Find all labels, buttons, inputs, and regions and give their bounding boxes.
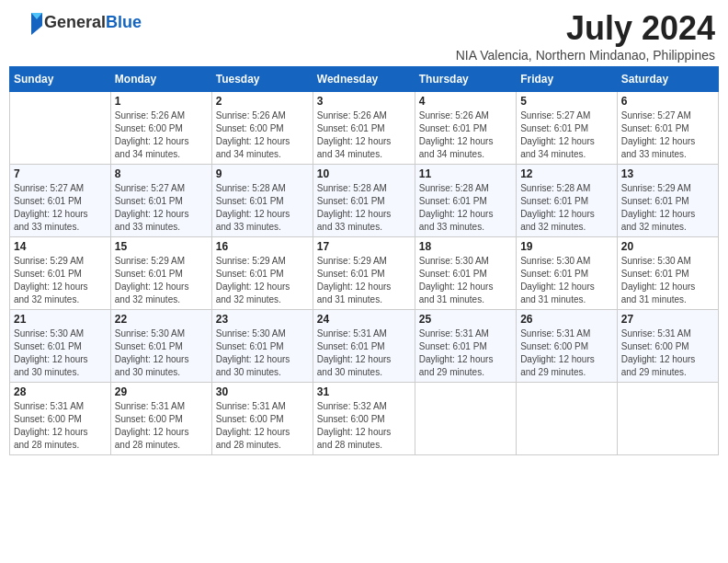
calendar-cell: 24Sunrise: 5:31 AM Sunset: 6:01 PM Dayli…	[313, 310, 415, 383]
day-info: Sunrise: 5:31 AM Sunset: 6:00 PM Dayligh…	[115, 400, 208, 452]
calendar-header-saturday: Saturday	[617, 67, 718, 92]
calendar-cell: 26Sunrise: 5:31 AM Sunset: 6:00 PM Dayli…	[517, 310, 618, 383]
logo-blue: Blue	[106, 13, 142, 32]
calendar-cell: 18Sunrise: 5:30 AM Sunset: 6:01 PM Dayli…	[415, 237, 516, 310]
day-info: Sunrise: 5:30 AM Sunset: 6:01 PM Dayligh…	[115, 327, 208, 379]
day-number: 23	[216, 313, 309, 326]
day-info: Sunrise: 5:31 AM Sunset: 6:00 PM Dayligh…	[216, 400, 309, 452]
day-info: Sunrise: 5:30 AM Sunset: 6:01 PM Dayligh…	[621, 255, 714, 306]
day-number: 21	[14, 313, 107, 326]
calendar-week-row: 21Sunrise: 5:30 AM Sunset: 6:01 PM Dayli…	[10, 310, 719, 383]
calendar-cell: 27Sunrise: 5:31 AM Sunset: 6:00 PM Dayli…	[617, 310, 718, 383]
calendar-header-sunday: Sunday	[10, 67, 111, 92]
calendar-cell: 21Sunrise: 5:30 AM Sunset: 6:01 PM Dayli…	[10, 310, 111, 383]
calendar-header-friday: Friday	[517, 67, 618, 92]
day-info: Sunrise: 5:29 AM Sunset: 6:01 PM Dayligh…	[14, 255, 107, 306]
day-number: 11	[419, 167, 512, 180]
day-number: 3	[317, 95, 411, 108]
day-info: Sunrise: 5:27 AM Sunset: 6:01 PM Dayligh…	[621, 109, 714, 161]
calendar-cell: 15Sunrise: 5:29 AM Sunset: 6:01 PM Dayli…	[110, 237, 211, 310]
day-number: 28	[14, 385, 107, 398]
calendar-week-row: 14Sunrise: 5:29 AM Sunset: 6:01 PM Dayli…	[10, 237, 719, 310]
day-number: 4	[419, 95, 512, 108]
day-info: Sunrise: 5:31 AM Sunset: 6:01 PM Dayligh…	[419, 327, 512, 379]
calendar-cell: 7Sunrise: 5:27 AM Sunset: 6:01 PM Daylig…	[10, 165, 111, 237]
day-number: 17	[317, 240, 411, 253]
day-number: 5	[520, 95, 613, 108]
calendar-cell: 13Sunrise: 5:29 AM Sunset: 6:01 PM Dayli…	[617, 165, 718, 237]
calendar-cell: 19Sunrise: 5:30 AM Sunset: 6:01 PM Dayli…	[517, 237, 618, 310]
calendar-cell: 14Sunrise: 5:29 AM Sunset: 6:01 PM Dayli…	[10, 237, 111, 310]
day-info: Sunrise: 5:26 AM Sunset: 6:01 PM Dayligh…	[317, 109, 411, 161]
calendar-cell: 16Sunrise: 5:29 AM Sunset: 6:01 PM Dayli…	[211, 237, 313, 310]
calendar-cell	[517, 383, 618, 455]
calendar-week-row: 1Sunrise: 5:26 AM Sunset: 6:00 PM Daylig…	[10, 92, 719, 165]
calendar-cell: 25Sunrise: 5:31 AM Sunset: 6:01 PM Dayli…	[415, 310, 516, 383]
calendar-header-thursday: Thursday	[415, 67, 516, 92]
calendar-cell: 11Sunrise: 5:28 AM Sunset: 6:01 PM Dayli…	[415, 165, 516, 237]
logo-general: General	[44, 13, 106, 32]
day-number: 8	[115, 167, 208, 180]
day-number: 6	[621, 95, 714, 108]
calendar-week-row: 7Sunrise: 5:27 AM Sunset: 6:01 PM Daylig…	[10, 165, 719, 237]
day-info: Sunrise: 5:28 AM Sunset: 6:01 PM Dayligh…	[216, 182, 309, 234]
day-number: 2	[216, 95, 309, 108]
day-info: Sunrise: 5:30 AM Sunset: 6:01 PM Dayligh…	[419, 255, 512, 306]
calendar-cell: 2Sunrise: 5:26 AM Sunset: 6:00 PM Daylig…	[211, 92, 313, 165]
calendar-header-row: SundayMondayTuesdayWednesdayThursdayFrid…	[10, 67, 719, 92]
day-info: Sunrise: 5:27 AM Sunset: 6:01 PM Dayligh…	[14, 182, 107, 234]
day-info: Sunrise: 5:30 AM Sunset: 6:01 PM Dayligh…	[14, 327, 107, 379]
day-info: Sunrise: 5:30 AM Sunset: 6:01 PM Dayligh…	[520, 255, 613, 306]
calendar-header-monday: Monday	[110, 67, 211, 92]
day-info: Sunrise: 5:27 AM Sunset: 6:01 PM Dayligh…	[115, 182, 208, 234]
day-number: 7	[14, 167, 107, 180]
calendar-cell: 5Sunrise: 5:27 AM Sunset: 6:01 PM Daylig…	[517, 92, 618, 165]
calendar-cell: 4Sunrise: 5:26 AM Sunset: 6:01 PM Daylig…	[415, 92, 516, 165]
calendar-cell: 17Sunrise: 5:29 AM Sunset: 6:01 PM Dayli…	[313, 237, 415, 310]
calendar-cell: 20Sunrise: 5:30 AM Sunset: 6:01 PM Dayli…	[617, 237, 718, 310]
day-number: 29	[115, 385, 208, 398]
day-number: 14	[14, 240, 107, 253]
day-number: 12	[520, 167, 613, 180]
day-info: Sunrise: 5:31 AM Sunset: 6:00 PM Dayligh…	[520, 327, 613, 379]
day-number: 22	[115, 313, 208, 326]
location-title: NIA Valencia, Northern Mindanao, Philipp…	[456, 48, 715, 63]
day-info: Sunrise: 5:30 AM Sunset: 6:01 PM Dayligh…	[216, 327, 309, 379]
day-info: Sunrise: 5:29 AM Sunset: 6:01 PM Dayligh…	[115, 255, 208, 306]
day-number: 26	[520, 313, 613, 326]
day-info: Sunrise: 5:31 AM Sunset: 6:01 PM Dayligh…	[317, 327, 411, 379]
logo: General Blue	[13, 9, 142, 35]
day-info: Sunrise: 5:28 AM Sunset: 6:01 PM Dayligh…	[520, 182, 613, 234]
calendar-cell: 29Sunrise: 5:31 AM Sunset: 6:00 PM Dayli…	[110, 383, 211, 455]
day-info: Sunrise: 5:26 AM Sunset: 6:01 PM Dayligh…	[419, 109, 512, 161]
calendar-cell: 23Sunrise: 5:30 AM Sunset: 6:01 PM Dayli…	[211, 310, 313, 383]
day-number: 25	[419, 313, 512, 326]
day-number: 1	[115, 95, 208, 108]
day-number: 31	[317, 385, 411, 398]
day-info: Sunrise: 5:28 AM Sunset: 6:01 PM Dayligh…	[317, 182, 411, 234]
day-info: Sunrise: 5:28 AM Sunset: 6:01 PM Dayligh…	[419, 182, 512, 234]
calendar-header-wednesday: Wednesday	[313, 67, 415, 92]
calendar-cell	[617, 383, 718, 455]
page-header: General Blue July 2024 NIA Valencia, Nor…	[9, 9, 719, 63]
day-info: Sunrise: 5:29 AM Sunset: 6:01 PM Dayligh…	[621, 182, 714, 234]
day-number: 30	[216, 385, 309, 398]
calendar-week-row: 28Sunrise: 5:31 AM Sunset: 6:00 PM Dayli…	[10, 383, 719, 455]
day-info: Sunrise: 5:26 AM Sunset: 6:00 PM Dayligh…	[115, 109, 208, 161]
day-number: 27	[621, 313, 714, 326]
day-number: 24	[317, 313, 411, 326]
day-number: 16	[216, 240, 309, 253]
calendar-cell: 30Sunrise: 5:31 AM Sunset: 6:00 PM Dayli…	[211, 383, 313, 455]
calendar-cell: 31Sunrise: 5:32 AM Sunset: 6:00 PM Dayli…	[313, 383, 415, 455]
day-info: Sunrise: 5:32 AM Sunset: 6:00 PM Dayligh…	[317, 400, 411, 452]
calendar-cell: 3Sunrise: 5:26 AM Sunset: 6:01 PM Daylig…	[313, 92, 415, 165]
day-number: 10	[317, 167, 411, 180]
calendar-cell: 10Sunrise: 5:28 AM Sunset: 6:01 PM Dayli…	[313, 165, 415, 237]
calendar-cell: 9Sunrise: 5:28 AM Sunset: 6:01 PM Daylig…	[211, 165, 313, 237]
calendar-cell	[10, 92, 111, 165]
day-info: Sunrise: 5:26 AM Sunset: 6:00 PM Dayligh…	[216, 109, 309, 161]
calendar-table: SundayMondayTuesdayWednesdayThursdayFrid…	[9, 66, 719, 455]
day-info: Sunrise: 5:29 AM Sunset: 6:01 PM Dayligh…	[216, 255, 309, 306]
day-number: 19	[520, 240, 613, 253]
calendar-cell: 6Sunrise: 5:27 AM Sunset: 6:01 PM Daylig…	[617, 92, 718, 165]
